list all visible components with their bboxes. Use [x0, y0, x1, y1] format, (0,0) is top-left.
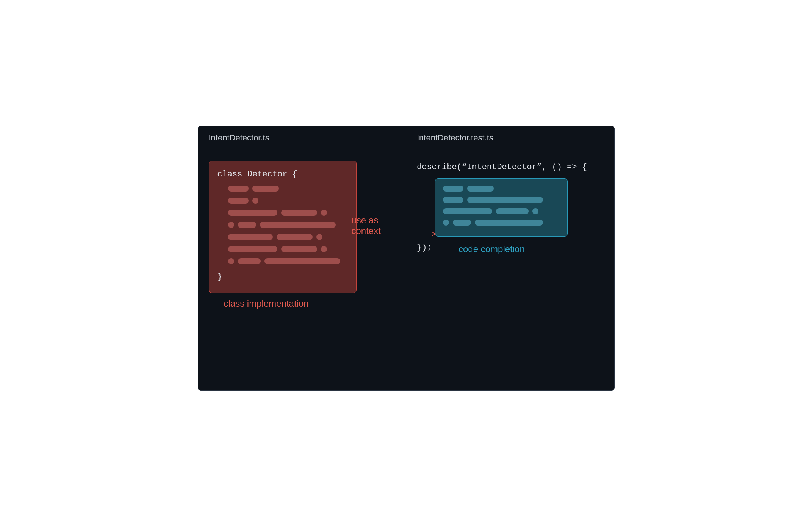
skeleton-pill [281, 246, 317, 252]
left-pane: IntentDetector.ts class Detector { [198, 126, 407, 390]
skeleton-pill [496, 208, 529, 214]
skeleton-dot [321, 246, 327, 252]
skeleton-dot [228, 258, 234, 264]
skeleton-row [443, 208, 560, 214]
skeleton-pill [467, 186, 494, 192]
skeleton-dot [443, 220, 449, 226]
skeleton-dot [228, 222, 234, 228]
skeleton-row [443, 186, 560, 192]
skeleton-row [228, 210, 348, 216]
skeleton-row [443, 220, 560, 226]
skeleton-pill [443, 197, 463, 203]
skeleton-pill [264, 258, 340, 264]
class-implementation-label: class implementation [224, 298, 396, 309]
left-filename: IntentDetector.ts [198, 126, 406, 150]
red-skeleton [228, 186, 348, 264]
code-describe-open: describe(“IntentDetector”, () => { [417, 161, 604, 174]
skeleton-pill [228, 186, 249, 192]
skeleton-pill [252, 186, 279, 192]
code-class-close: } [217, 270, 348, 284]
arrow-label: use as context [352, 215, 406, 236]
code-completion-box [435, 178, 568, 237]
skeleton-row [228, 222, 348, 228]
skeleton-dot [321, 210, 327, 216]
skeleton-pill [443, 186, 463, 192]
diagram-container: IntentDetector.ts class Detector { [198, 126, 615, 391]
class-implementation-box: class Detector { [209, 161, 357, 293]
teal-skeleton [443, 186, 560, 226]
skeleton-pill [228, 246, 277, 252]
right-filename: IntentDetector.test.ts [406, 126, 614, 150]
skeleton-pill [281, 210, 317, 216]
skeleton-pill [260, 222, 336, 228]
skeleton-pill [475, 220, 543, 226]
skeleton-dot [252, 198, 258, 204]
skeleton-pill [238, 258, 261, 264]
skeleton-pill [228, 210, 277, 216]
skeleton-row [228, 246, 348, 252]
skeleton-pill [228, 198, 249, 204]
skeleton-pill [238, 222, 256, 228]
right-body: describe(“IntentDetector”, () => { [406, 150, 614, 265]
code-completion-label: code completion [458, 244, 604, 254]
skeleton-dot [532, 208, 538, 214]
skeleton-pill [228, 234, 273, 240]
skeleton-row [228, 186, 348, 192]
skeleton-row [228, 234, 348, 240]
code-class-open: class Detector { [217, 168, 348, 181]
skeleton-row [228, 198, 348, 204]
skeleton-pill [443, 208, 492, 214]
skeleton-pill [277, 234, 313, 240]
skeleton-row [443, 197, 560, 203]
left-body: class Detector { [198, 150, 406, 320]
skeleton-row [228, 258, 348, 264]
skeleton-dot [316, 234, 322, 240]
right-pane: IntentDetector.test.ts describe(“IntentD… [406, 126, 614, 390]
skeleton-pill [453, 220, 471, 226]
skeleton-pill [467, 197, 543, 203]
